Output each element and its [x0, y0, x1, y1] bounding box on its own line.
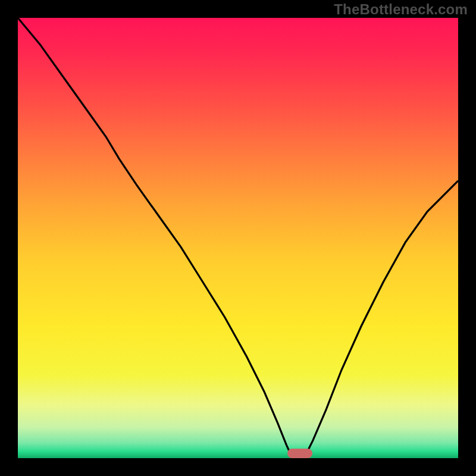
watermark-text: TheBottleneck.com — [334, 1, 468, 18]
heat-gradient — [18, 18, 458, 458]
svg-rect-0 — [18, 18, 458, 458]
optimal-marker — [287, 449, 312, 458]
chart-frame: TheBottleneck.com — [0, 0, 476, 476]
plot-area — [18, 18, 458, 458]
